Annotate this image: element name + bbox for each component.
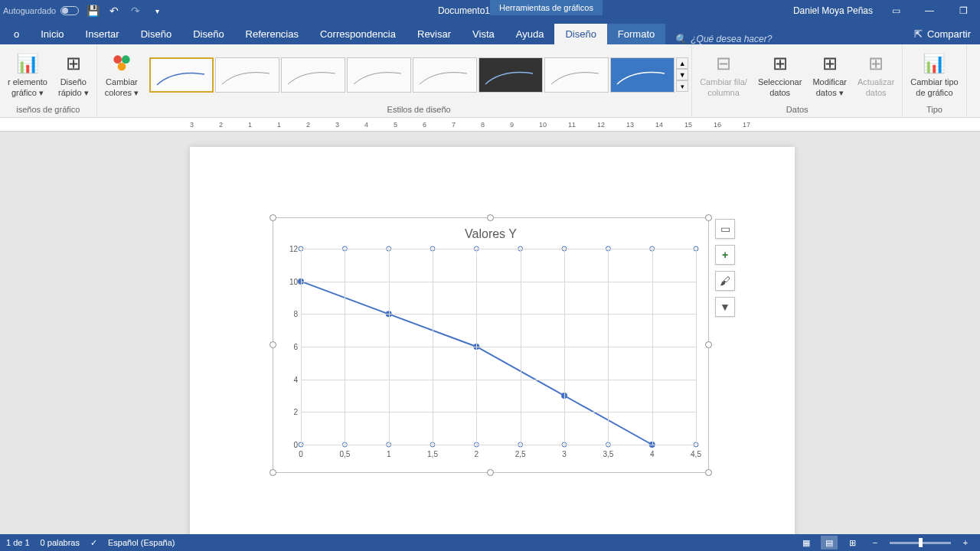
document-title: Documento1 — [438, 5, 490, 16]
ribbon: 📊 r elemento gráfico ▾ ⊞ Diseño rápido ▾… — [0, 44, 980, 118]
chart-elements-button[interactable]: + — [715, 245, 735, 265]
tab-referencias[interactable]: Referencias — [235, 24, 309, 44]
quick-layout-icon: ⊞ — [61, 51, 86, 76]
group-type: 📊 Cambiar tipo de gráfico Tipo — [903, 44, 966, 117]
maximize-icon[interactable]: ❐ — [952, 3, 974, 18]
chart-style-1[interactable] — [149, 57, 214, 93]
select-data-icon: ⊞ — [768, 51, 792, 76]
undo-icon[interactable]: ↶ — [106, 3, 122, 18]
chart-tools-label: Herramientas de gráficos — [490, 0, 603, 15]
svg-point-2 — [118, 63, 126, 71]
gallery-expand[interactable]: ▾ — [676, 80, 688, 92]
tab-diseno-layout[interactable]: Diseño — [182, 24, 234, 44]
add-element-icon: 📊 — [15, 51, 40, 76]
tab-inicio[interactable]: Inicio — [30, 24, 74, 44]
switch-row-column-button: ⊟ Cambiar fila/ columna — [695, 48, 752, 100]
svg-point-0 — [113, 56, 122, 64]
edit-data-icon: ⊞ — [818, 51, 842, 76]
page-indicator[interactable]: 1 de 1 — [6, 538, 30, 547]
zoom-in-button[interactable]: + — [957, 536, 974, 549]
x-axis-label: 0 — [299, 450, 303, 458]
gallery-scroll-up[interactable]: ▲ — [676, 57, 688, 69]
tab-correspondencia[interactable]: Correspondencia — [309, 24, 407, 44]
chart-style-7[interactable] — [544, 57, 609, 93]
quick-layout-button[interactable]: ⊞ Diseño rápido ▾ — [54, 48, 93, 100]
chart-style-4[interactable] — [347, 57, 411, 93]
language-indicator[interactable]: Español (España) — [108, 538, 175, 547]
gallery-scroll-down[interactable]: ▼ — [676, 69, 688, 80]
resize-handle-bl[interactable] — [270, 469, 276, 476]
word-count[interactable]: 0 palabras — [41, 538, 80, 547]
svg-point-1 — [122, 56, 130, 64]
tab-chart-diseno[interactable]: Diseño — [554, 24, 606, 44]
status-bar: 1 de 1 0 palabras ✓ Español (España) ▦ ▤… — [0, 534, 980, 551]
zoom-out-button[interactable]: − — [867, 536, 884, 549]
print-layout-button[interactable]: ▤ — [821, 536, 838, 549]
web-layout-button[interactable]: ⊞ — [844, 536, 861, 549]
y-axis-label: 6 — [284, 343, 298, 351]
change-chart-type-button[interactable]: 📊 Cambiar tipo de gráfico — [906, 48, 962, 100]
x-axis-label: 2 — [475, 450, 479, 458]
tab-chart-formato[interactable]: Formato — [607, 24, 665, 44]
plot-area[interactable]: 02468101200,511,522,533,544,5 — [301, 249, 696, 445]
y-axis-label: 0 — [284, 441, 298, 449]
minimize-icon[interactable]: — — [919, 3, 940, 18]
save-icon[interactable]: 💾 — [85, 3, 100, 18]
x-axis-label: 1,5 — [427, 450, 438, 458]
share-button[interactable]: ⇱ Compartir — [905, 24, 980, 44]
page: Valores Y 02468101200,511,522,533,544,5 … — [190, 147, 795, 537]
ribbon-display-icon[interactable]: ▭ — [885, 3, 906, 18]
ribbon-tabs: o Inicio Insertar Diseño Diseño Referenc… — [0, 21, 980, 44]
qat-more-icon[interactable]: ▾ — [149, 3, 165, 18]
refresh-icon: ⊞ — [864, 51, 888, 76]
resize-handle-tl[interactable] — [270, 214, 276, 221]
chart-style-6[interactable] — [479, 57, 543, 93]
resize-handle-tc[interactable] — [487, 214, 494, 221]
tab-vista[interactable]: Vista — [462, 24, 505, 44]
tell-me-search[interactable]: 🔍 ¿Qué desea hacer? — [665, 34, 781, 44]
chart-styles-button[interactable]: 🖌 — [715, 271, 735, 291]
chart-filters-button[interactable]: ▼ — [715, 297, 735, 317]
resize-handle-br[interactable] — [705, 469, 712, 476]
tab-archivo[interactable]: o — [3, 24, 30, 44]
title-bar: Autoguardado 💾 ↶ ↷ ▾ Documento1 - Word H… — [0, 0, 980, 21]
zoom-thumb[interactable] — [919, 538, 923, 547]
chart-style-3[interactable] — [281, 57, 345, 93]
chart-title[interactable]: Valores Y — [273, 218, 708, 241]
document-area[interactable]: Valores Y 02468101200,511,522,533,544,5 … — [0, 132, 980, 537]
chart-style-8[interactable] — [610, 57, 675, 93]
spellcheck-icon[interactable]: ✓ — [90, 538, 97, 548]
add-chart-element-button[interactable]: 📊 r elemento gráfico ▾ — [3, 48, 52, 100]
tell-me-placeholder: ¿Qué desea hacer? — [691, 34, 772, 44]
y-axis-label: 8 — [284, 310, 298, 318]
read-mode-button[interactable]: ▦ — [798, 536, 815, 549]
select-data-button[interactable]: ⊞ Seleccionar datos — [753, 48, 806, 100]
x-axis-label: 4,5 — [691, 450, 701, 458]
tab-diseno-page[interactable]: Diseño — [130, 24, 182, 44]
y-axis-label: 4 — [284, 375, 298, 383]
group-chart-styles: ▲ ▼ ▾ Estilos de diseño — [146, 44, 692, 117]
chart-object[interactable]: Valores Y 02468101200,511,522,533,544,5 — [273, 217, 709, 473]
edit-data-button[interactable]: ⊞ Modificar datos ▾ — [808, 48, 851, 100]
user-name[interactable]: Daniel Moya Peñas — [793, 5, 873, 16]
resize-handle-ml[interactable] — [270, 341, 276, 348]
horizontal-ruler[interactable]: 3211234567891011121314151617 — [0, 118, 980, 132]
x-axis-label: 2,5 — [515, 450, 526, 458]
resize-handle-bc[interactable] — [487, 469, 494, 476]
refresh-data-button: ⊞ Actualizar datos — [853, 48, 899, 100]
tab-revisar[interactable]: Revisar — [407, 24, 462, 44]
group-layouts-label: iseños de gráfico — [3, 103, 93, 116]
zoom-slider[interactable] — [890, 542, 951, 544]
autosave-toggle[interactable]: Autoguardado — [3, 6, 79, 15]
resize-handle-mr[interactable] — [705, 341, 712, 348]
chart-style-5[interactable] — [413, 57, 477, 93]
tab-ayuda[interactable]: Ayuda — [505, 24, 555, 44]
redo-icon[interactable]: ↷ — [128, 3, 143, 18]
chart-side-buttons: ▭ + 🖌 ▼ — [715, 219, 735, 317]
chart-layout-options-button[interactable]: ▭ — [715, 219, 735, 239]
change-colors-button[interactable]: Cambiar colores ▾ — [100, 48, 144, 100]
chart-style-2[interactable] — [215, 57, 279, 93]
tab-insertar[interactable]: Insertar — [75, 24, 130, 44]
resize-handle-tr[interactable] — [705, 214, 712, 221]
group-data-label: Datos — [695, 103, 899, 116]
